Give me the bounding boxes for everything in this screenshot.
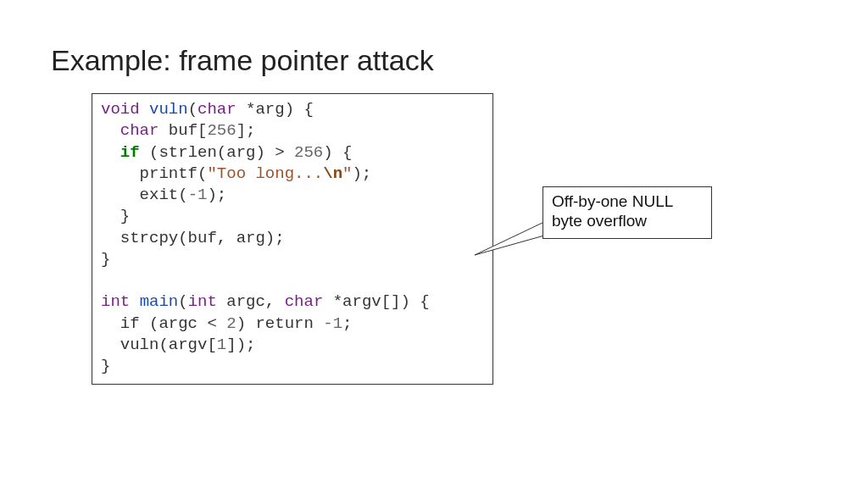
code-token: *arg) { (236, 100, 314, 119)
code-token: ]); (226, 336, 255, 354)
code-token: if (120, 143, 140, 162)
callout-annotation: Off-by-one NULL byte overflow (542, 186, 712, 239)
code-token: ) return (236, 314, 324, 333)
code-token (101, 143, 120, 162)
code-token: ; (342, 314, 352, 333)
code-token: ]; (236, 121, 256, 140)
code-token: int (188, 292, 217, 311)
code-token: } (101, 207, 130, 225)
code-token: vuln(argv[ (101, 336, 217, 354)
code-token: ) { (323, 143, 352, 162)
code-token (140, 100, 149, 119)
code-token: if (argc < (101, 314, 226, 333)
code-token: ( (178, 292, 187, 311)
code-token: \n (323, 164, 342, 183)
code-token: 256 (294, 143, 323, 162)
code-listing: void vuln(char *arg) { char buf[256]; if… (92, 93, 493, 385)
svg-marker-0 (475, 222, 544, 255)
code-token: ); (352, 164, 371, 183)
code-token: -1 (188, 186, 208, 204)
code-token: *argv[]) { (323, 292, 429, 311)
code-token: strcpy(buf, arg); (101, 229, 285, 247)
slide-title: Example: frame pointer attack (51, 44, 434, 77)
code-token: ); (207, 186, 226, 204)
callout-line: Off-by-one NULL (552, 192, 703, 212)
code-token: (strlen(arg) > (140, 143, 294, 162)
code-token: char (198, 100, 236, 119)
code-token: exit( (101, 186, 188, 204)
code-token: " (342, 164, 352, 183)
code-token: "Too long... (207, 164, 323, 183)
code-token (101, 121, 120, 140)
code-token: ( (188, 100, 198, 119)
code-token: 256 (207, 121, 236, 140)
code-token: char (285, 292, 324, 311)
callout-line: byte overflow (552, 212, 703, 231)
code-token: buf[ (159, 121, 207, 140)
code-token: vuln (149, 100, 188, 119)
code-token: } (101, 357, 110, 375)
code-token (130, 292, 139, 311)
code-token: 1 (217, 336, 226, 354)
code-token: -1 (323, 314, 342, 333)
code-token: } (101, 250, 110, 269)
code-token: char (120, 121, 159, 140)
code-token: printf( (101, 164, 207, 183)
callout-arrow-icon (475, 217, 551, 259)
code-token: int (101, 292, 130, 311)
code-token: argc, (217, 292, 285, 311)
code-token: 2 (226, 314, 236, 333)
code-token: void (101, 100, 140, 119)
code-token: main (140, 292, 179, 311)
